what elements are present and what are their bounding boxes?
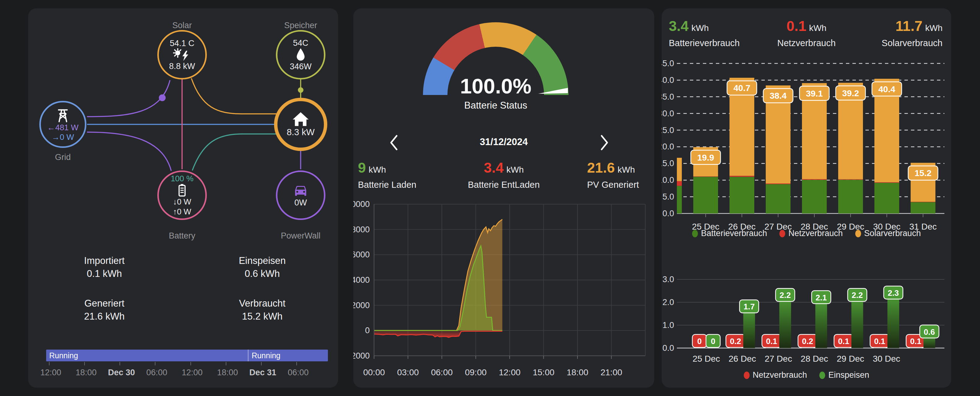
- powerwall-node[interactable]: 0W: [276, 171, 325, 220]
- bar-segment: [693, 177, 718, 214]
- legend-item[interactable]: Batterieverbrauch: [692, 229, 767, 238]
- grid-node[interactable]: ←481 W →0 W: [39, 101, 86, 148]
- battery-status-panel: 100.0% Batterie Status 31/12/2024 9kWh B…: [353, 8, 654, 388]
- timeline-segment[interactable]: Running: [248, 350, 328, 361]
- y-tick-label: 2.0: [662, 298, 674, 307]
- timeline-tick: [119, 362, 120, 365]
- bar-value-label: 2.1: [816, 293, 827, 302]
- grid-import: ←481 W: [47, 123, 78, 132]
- grid-feed-chart: 3.02.01.00.00025 Dec0.21.726 Dec0.12.227…: [662, 274, 951, 369]
- bar-value-label: 0.2: [802, 337, 813, 346]
- solar-power: 8.8 kW: [169, 61, 195, 71]
- y-tick-label: 0.0: [662, 344, 674, 353]
- legend-item[interactable]: Netzverbrauch: [780, 229, 843, 238]
- bar: [851, 298, 863, 348]
- home-node[interactable]: 8.3 kW: [274, 98, 327, 151]
- stat-generiert: Generiert 21.6 kWh: [53, 297, 156, 323]
- legend-dot-icon: [780, 230, 785, 237]
- stat-label: Einspeisen: [211, 254, 313, 267]
- y-tick-label: 1.0: [662, 320, 674, 330]
- timeline-segment[interactable]: Running: [46, 350, 248, 361]
- legend-dot-icon: [855, 230, 861, 237]
- bar-value-label: 0.1: [910, 337, 921, 346]
- stat-value: 11.7: [896, 17, 923, 34]
- bar-value-label: 19.9: [697, 153, 714, 162]
- bar-value-label: 0.6: [924, 327, 935, 337]
- bar: [815, 300, 827, 348]
- battery-node[interactable]: 100 % ↓0 W ↑0 W: [157, 171, 207, 220]
- stat-einspeisen: Einspeisen 0.6 kWh: [211, 254, 313, 280]
- bar-value-label: 39.1: [806, 89, 823, 98]
- x-tick-label: 06:00: [431, 367, 453, 377]
- bar: [780, 298, 791, 348]
- powerwall-power: 0W: [294, 198, 307, 208]
- battery-soc: 100 %: [170, 174, 194, 184]
- x-tick-label: 29 Dec: [837, 354, 864, 364]
- consumption-legend: BatterieverbrauchNetzverbrauchSolarverbr…: [662, 229, 951, 238]
- y-tick-label: 40.0: [662, 76, 674, 85]
- bar-segment: [838, 180, 863, 214]
- x-tick-label: 21:00: [600, 367, 622, 377]
- y-tick-label: 15.0: [662, 159, 674, 168]
- stat-label: Generiert: [53, 297, 156, 310]
- legend-item[interactable]: Einspeisen: [819, 370, 869, 380]
- battery-in: ↓0 W: [173, 197, 191, 207]
- bar-value-label: 2.2: [780, 290, 791, 300]
- chevron-right-icon: [594, 133, 614, 152]
- y-tick-label: 35.0: [662, 92, 674, 101]
- energy-dashboard: Solar Speicher 54.1 C 8.8 kW 54C 346W: [0, 0, 980, 396]
- next-day-button[interactable]: [594, 133, 614, 152]
- y-tick-label: 45.0: [662, 59, 674, 68]
- y-tick-label: 3.0: [662, 275, 674, 284]
- legend-item[interactable]: Netzverbrauch: [744, 370, 807, 380]
- y-tick-label: 20.0: [662, 142, 674, 151]
- gauge-title: Batterie Status: [423, 100, 568, 111]
- feed-legend: NetzverbrauchEinspeisen: [662, 370, 951, 380]
- stat-label: Verbraucht: [211, 297, 313, 310]
- battery-out: ↑0 W: [173, 207, 191, 217]
- stat-value: 0.1 kWh: [53, 267, 156, 280]
- timeline-state-label: Running: [46, 350, 248, 361]
- legend-label: Solarverbrauch: [864, 229, 921, 238]
- legend-item[interactable]: Solarverbrauch: [855, 229, 921, 238]
- x-tick-label: 18:00: [566, 367, 588, 377]
- legend-dot-icon: [744, 372, 749, 379]
- legend-label: Netzverbrauch: [788, 229, 843, 238]
- bar-value-label: 0.1: [838, 337, 850, 346]
- battery-gauge: 100.0%: [423, 22, 568, 96]
- power-flow-panel: Solar Speicher 54.1 C 8.8 kW 54C 346W: [28, 8, 338, 388]
- stat-solarverbrauch: 11.7kWh Solarverbrauch: [881, 17, 943, 48]
- stat-value: 15.2 kWh: [211, 310, 313, 323]
- grid-node-label: Grid: [55, 152, 71, 162]
- x-tick-label: 09:00: [465, 367, 487, 377]
- legend-label: Netzverbrauch: [753, 370, 807, 380]
- timeline-state-label: Running: [249, 350, 328, 361]
- flow-dot-grid-solar: [159, 94, 165, 101]
- solar-node[interactable]: 54.1 C 8.8 kW: [157, 30, 207, 79]
- powerwall-node-label: PowerWall: [281, 231, 320, 241]
- bar-segment: [874, 182, 899, 183]
- timeline-tick: [155, 362, 156, 365]
- y-tick-label: 8000: [353, 225, 370, 234]
- bar-value-label: 1.7: [743, 302, 754, 311]
- y-tick-label: 0: [365, 326, 370, 335]
- y-tick-label: 0.0: [662, 209, 674, 218]
- speicher-node[interactable]: 54C 346W: [276, 30, 325, 79]
- x-tick-label: 28 Dec: [801, 354, 828, 364]
- x-tick-label: 27 Dec: [765, 354, 792, 364]
- timeline-tick: [84, 362, 85, 365]
- gauge-value: 100.0%: [423, 74, 568, 96]
- state-timeline[interactable]: RunningRunning: [46, 350, 328, 361]
- speicher-node-label: Speicher: [284, 21, 317, 30]
- x-tick-label: 15:00: [533, 367, 554, 377]
- y-tick-label: 10000: [353, 200, 370, 209]
- bar-value-label: 2.2: [852, 290, 863, 300]
- car-icon: [292, 183, 309, 198]
- y-tick-label: 4000: [353, 276, 370, 285]
- speicher-temp: 54C: [293, 38, 309, 48]
- x-tick-label: 00:00: [363, 367, 385, 377]
- speicher-power: 346W: [290, 62, 312, 71]
- solar-temp: 54.1 C: [170, 38, 194, 48]
- bar-segment: [802, 179, 827, 180]
- home-icon: [292, 111, 309, 127]
